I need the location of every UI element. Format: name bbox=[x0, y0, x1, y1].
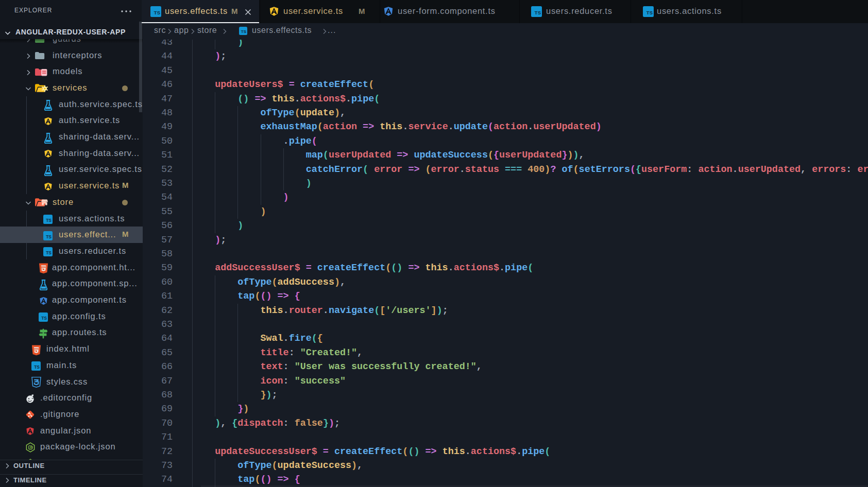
svg-text:JS: JS bbox=[29, 446, 33, 449]
